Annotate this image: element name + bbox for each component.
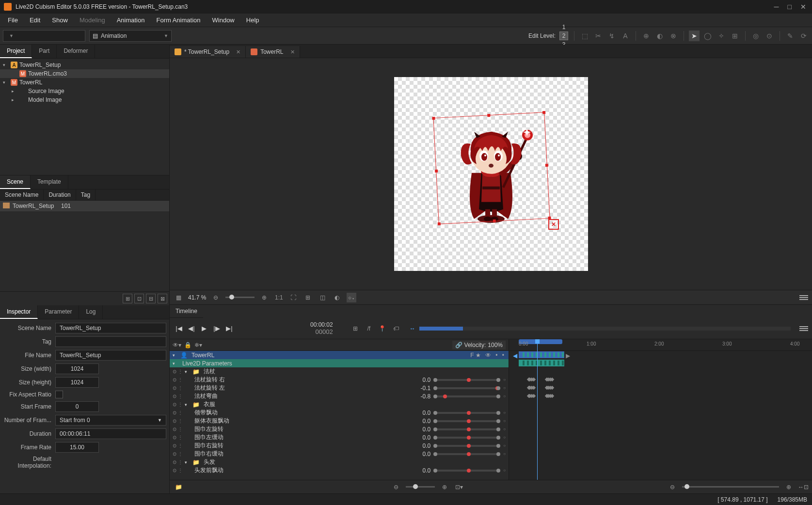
frame-mode-icon[interactable]: /f [364,324,374,333]
param-slider[interactable] [435,379,498,381]
number-input[interactable]: 1024 [55,377,99,388]
tool-icon[interactable]: ◐ [654,31,665,41]
param-row[interactable]: ⊙ ⋮▾📁头发 [170,458,509,466]
graph-icon[interactable]: ⊞ [350,324,360,333]
menu-edit[interactable]: Edit [25,15,45,26]
text-input[interactable]: TowerRL_Setup [55,350,166,361]
param-group[interactable]: ▾Live2D Parameters [170,359,509,367]
tab-deformer[interactable]: Deformer [57,45,95,58]
tool-icon[interactable]: ⟳ [798,31,809,41]
text-input[interactable] [55,336,166,347]
param-slider[interactable] [435,395,498,397]
maximize-button[interactable]: □ [788,3,792,11]
tool-icon[interactable]: ✎ [785,31,796,41]
param-row[interactable]: ⊙ ⋮头发前飘动0.0○ [170,466,509,474]
timeline-track-row[interactable] [509,367,812,376]
combo-input[interactable]: Start from 0 ▼ [55,415,166,426]
param-slider[interactable] [435,470,498,472]
zoom-in-icon[interactable]: ⊕ [259,293,269,302]
edit-level-2[interactable]: 2 [559,32,568,40]
canvas[interactable]: ✕ [394,77,588,271]
fit-width-icon[interactable]: ↔⊡ [798,482,808,492]
tab-scene[interactable]: Scene [0,175,31,189]
scene-col[interactable]: Scene Name [0,189,44,200]
tree-item[interactable]: ▸Source Image [0,87,169,95]
tab-project[interactable]: Project [0,45,32,58]
minimize-button[interactable]: ─ [774,3,779,11]
tool-icon[interactable]: ✧ [716,31,727,41]
text-input[interactable]: TowerRL_Setup [55,323,166,333]
param-row[interactable]: ⊙ ⋮▾📁衣服 [170,400,509,409]
lock-icon[interactable]: 🔒 [184,342,191,348]
last-frame-button[interactable]: ▶| [224,323,235,334]
scene-list[interactable]: TowerRL_Setup101 [0,201,169,211]
h-zoom-slider[interactable] [406,486,435,488]
timeline-track-row[interactable] [509,458,812,466]
fit-icon[interactable]: 1:1 [274,293,284,302]
playhead[interactable] [537,339,538,480]
zoom-in-icon[interactable]: ⊕ [784,482,794,492]
view-icon[interactable]: ◫ [318,293,327,302]
timeline-track-row[interactable]: ◀▶ [509,351,812,359]
timeline-track-row[interactable] [509,409,812,417]
tree-item[interactable]: MTowerRL.cmo3 [0,69,169,78]
timeline-track-row[interactable] [509,359,812,367]
zoom-out-icon[interactable]: ⊖ [668,482,677,492]
param-row[interactable]: ⊙ ⋮围巾右旋转0.0○ [170,442,509,450]
checkbox[interactable] [55,391,63,398]
text-input[interactable]: 00:00:06:11 [55,428,166,439]
param-slider[interactable] [435,412,498,414]
folder-icon[interactable]: 📁 [174,482,183,492]
param-row[interactable]: ⊙ ⋮▾📁法杖 [170,367,509,376]
param-row[interactable]: ⊙ ⋮法杖弯曲-0.8○ [170,392,509,400]
tool-icon[interactable]: ⊗ [668,31,679,41]
grid-toggle-icon[interactable]: ⊞ [303,293,313,302]
tree-item[interactable]: ▾ATowerRL_Setup [0,61,169,69]
next-frame-button[interactable]: |▶ [211,323,222,334]
zoom-out-icon[interactable]: ⊖ [391,482,401,492]
menu-window[interactable]: Window [207,15,239,26]
timeline-tracks[interactable]: 0:001:002:003:004:005:00 ◀▶ [509,339,812,480]
timeline-track-row[interactable] [509,442,812,450]
close-tab-icon[interactable]: ✕ [236,49,240,55]
number-input[interactable]: 1024 [55,363,99,374]
param-row[interactable]: ⊙ ⋮法杖旋转 左-0.1○ [170,384,509,392]
menu-animation[interactable]: Animation [112,15,150,26]
menu-show[interactable]: Show [47,15,73,26]
lasso-tool-icon[interactable]: ◯ [702,31,713,41]
velocity-field[interactable]: 🔗 Velocity: 100% [452,341,506,349]
parameter-list[interactable]: ▾👤TowerRLF★ 👁 • •▾Live2D Parameters⊙ ⋮▾📁… [170,351,509,480]
close-tab-icon[interactable]: ✕ [290,49,295,55]
param-row[interactable]: ⊙ ⋮围巾左旋转0.0○ [170,425,509,433]
insp-tool-icon[interactable]: ⊟ [146,294,156,303]
insp-tool-icon[interactable]: ⊠ [158,294,167,303]
tag-icon[interactable]: 🏷 [391,324,401,333]
param-slider[interactable] [435,420,498,422]
snowflake-icon[interactable]: ❄▾ [194,342,202,348]
timeline-track-row[interactable] [509,433,812,442]
play-button[interactable]: ▶ [199,323,209,334]
panel-menu-icon[interactable] [799,293,808,302]
scene-row[interactable]: TowerRL_Setup101 [0,201,169,211]
arrow-tool-icon[interactable]: ➤ [689,31,700,41]
param-slider[interactable] [435,387,498,389]
onion-icon[interactable]: ⟐▾ [347,293,356,302]
timeline-track-row[interactable] [509,376,812,384]
tool-icon[interactable]: ◎ [750,31,761,41]
tab-part[interactable]: Part [32,45,57,58]
fit-icon[interactable]: ⊡▾ [454,482,464,492]
tree-item[interactable]: ▸Model Image [0,95,169,104]
viewport[interactable]: ✕ [170,58,812,290]
timeline-ruler[interactable]: 0:001:002:003:004:005:00 [509,339,812,351]
close-button[interactable]: ✕ [800,3,806,11]
timeline-track-row[interactable] [509,384,812,392]
param-slider[interactable] [435,445,498,447]
tab-log[interactable]: Log [79,305,103,319]
marker-icon[interactable]: 📍 [378,324,387,333]
scene-col[interactable]: Tag [76,189,96,200]
track-row[interactable]: ▾👤TowerRLF★ 👁 • • [170,351,509,359]
prev-frame-button[interactable]: ◀| [186,323,197,334]
tool-icon[interactable]: ✂ [593,31,604,41]
tool-icon[interactable]: ⊕ [641,31,652,41]
viewport-tab[interactable]: * TowerRL_Setup✕ [170,46,246,58]
